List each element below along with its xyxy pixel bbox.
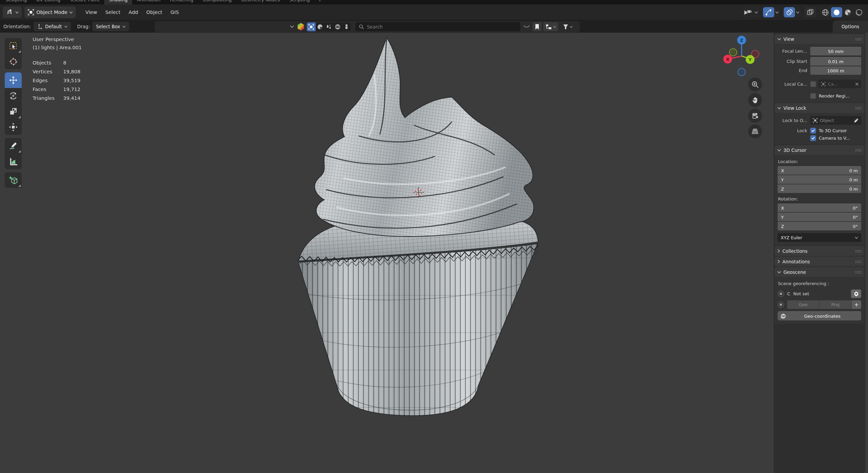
geo-button[interactable]: Geo bbox=[787, 300, 819, 309]
cursor-rotation-x[interactable]: X0° bbox=[778, 204, 861, 212]
tab-sculpting[interactable]: Sculpting bbox=[1, 0, 32, 4]
tab-animation[interactable]: Animation bbox=[132, 0, 165, 4]
local-camera-checkbox[interactable] bbox=[810, 81, 816, 87]
panel-3d-cursor-header[interactable]: 3D Cursor bbox=[775, 145, 864, 155]
menu-view[interactable]: View bbox=[81, 7, 101, 17]
cursor-location-x[interactable]: X0 m bbox=[778, 166, 861, 175]
geo-proj-radio[interactable] bbox=[778, 301, 784, 308]
drag-dropdown[interactable]: Select Box bbox=[92, 22, 129, 31]
drag-grip-icon[interactable] bbox=[855, 149, 862, 152]
world-context-toggle[interactable] bbox=[333, 22, 342, 31]
move-tool[interactable] bbox=[5, 72, 22, 88]
tab-compositing[interactable]: Compositing bbox=[198, 0, 236, 4]
drag-grip-icon[interactable] bbox=[855, 250, 862, 252]
crs-settings-button[interactable] bbox=[851, 290, 861, 298]
cursor-rotation-y[interactable]: Y0° bbox=[778, 213, 861, 221]
texture-context-toggle[interactable] bbox=[324, 22, 333, 31]
object-visibility-button[interactable] bbox=[742, 7, 754, 17]
to-3d-cursor-checkbox[interactable] bbox=[810, 128, 816, 134]
viewport-nav-buttons bbox=[748, 77, 762, 138]
navigation-gizmo[interactable]: Z X Y bbox=[711, 35, 774, 81]
cupcake-mesh[interactable] bbox=[292, 34, 550, 455]
transform-tool[interactable] bbox=[5, 119, 22, 135]
menu-add[interactable]: Add bbox=[125, 7, 142, 17]
menu-object[interactable]: Object bbox=[142, 7, 166, 17]
camera-to-view-checkbox[interactable] bbox=[810, 135, 816, 141]
pan-button[interactable] bbox=[748, 93, 762, 107]
perspective-toggle-button[interactable] bbox=[748, 124, 762, 138]
xray-toggle[interactable] bbox=[804, 7, 816, 17]
search-input[interactable] bbox=[367, 24, 517, 30]
collapse-arc-icon[interactable] bbox=[522, 22, 531, 31]
show-gizmo-toggle[interactable] bbox=[763, 7, 774, 17]
chevron-down-icon[interactable] bbox=[754, 7, 759, 17]
focal-length-field[interactable]: 50 mm bbox=[810, 47, 861, 55]
drag-grip-icon[interactable] bbox=[855, 38, 862, 40]
tab-uv-editing[interactable]: UV Editing bbox=[32, 0, 65, 4]
tool-search-field[interactable] bbox=[355, 22, 520, 31]
editor-type-selector[interactable] bbox=[3, 6, 22, 18]
euler-mode-dropdown[interactable]: XYZ Euler bbox=[778, 233, 861, 242]
chevron-down-icon[interactable] bbox=[795, 7, 800, 17]
cursor-rotation-z[interactable]: Z0° bbox=[778, 222, 861, 230]
clip-start-field[interactable]: 0.01 m bbox=[810, 57, 861, 66]
globe-icon bbox=[780, 313, 786, 319]
panel-collections-header[interactable]: Collections bbox=[775, 246, 864, 256]
lock-object-field[interactable]: Object bbox=[810, 116, 861, 125]
drag-grip-icon[interactable] bbox=[855, 271, 862, 274]
material-data-icon[interactable] bbox=[297, 22, 305, 31]
drag-grip-icon[interactable] bbox=[855, 107, 862, 109]
add-workspace-button[interactable]: + bbox=[315, 0, 325, 4]
tab-shading[interactable]: Shading bbox=[104, 0, 132, 4]
panel-view-lock-header[interactable]: View Lock bbox=[775, 103, 864, 113]
cursor-tool[interactable] bbox=[5, 54, 22, 69]
render-region-checkbox[interactable] bbox=[810, 93, 816, 99]
rotate-tool[interactable] bbox=[5, 88, 22, 104]
zoom-button[interactable] bbox=[748, 77, 762, 91]
catalog-tree-button[interactable] bbox=[543, 22, 558, 31]
chevron-down-icon[interactable] bbox=[290, 25, 294, 28]
local-camera-field[interactable]: Ca... bbox=[818, 80, 861, 88]
panel-geoscene-header[interactable]: Geoscene bbox=[775, 267, 864, 277]
cursor-location-z[interactable]: Z0 m bbox=[778, 185, 861, 193]
brush-context-toggle[interactable] bbox=[342, 22, 351, 31]
tab-rendering[interactable]: Rendering bbox=[165, 0, 198, 4]
measure-tool[interactable] bbox=[5, 154, 22, 169]
scale-tool[interactable] bbox=[5, 104, 22, 119]
drag-grip-icon[interactable] bbox=[855, 260, 862, 263]
tab-geometry-nodes[interactable]: Geometry Nodes bbox=[236, 0, 285, 4]
filter-button[interactable] bbox=[560, 22, 575, 31]
eyedropper-icon[interactable] bbox=[854, 118, 859, 123]
object-context-toggle[interactable] bbox=[307, 22, 316, 31]
options-dropdown[interactable]: Options bbox=[833, 20, 868, 33]
panel-view-lock-title: View Lock bbox=[783, 105, 853, 111]
cursor-location-y[interactable]: Y0 m bbox=[778, 175, 861, 184]
proj-button[interactable]: Proj bbox=[819, 300, 851, 309]
add-cube-tool[interactable] bbox=[5, 172, 22, 188]
select-box-tool[interactable] bbox=[5, 38, 22, 54]
orientation-dropdown[interactable]: Default bbox=[34, 22, 71, 31]
wireframe-shading-button[interactable] bbox=[820, 7, 831, 17]
3d-viewport[interactable]: User Perspective (1) lights | Area.001 O… bbox=[0, 33, 868, 473]
bookmark-icon[interactable] bbox=[533, 22, 542, 31]
solid-shading-button[interactable] bbox=[831, 7, 842, 17]
add-crs-button[interactable]: + bbox=[852, 300, 861, 309]
rendered-shading-button[interactable] bbox=[853, 7, 865, 17]
mode-selector[interactable]: Object Mode bbox=[24, 6, 76, 18]
annotate-tool[interactable] bbox=[5, 138, 22, 154]
clip-end-field[interactable]: 1000 m bbox=[810, 66, 861, 75]
menu-select[interactable]: Select bbox=[101, 7, 125, 17]
camera-view-button[interactable] bbox=[748, 109, 762, 123]
material-preview-button[interactable] bbox=[842, 7, 853, 17]
chevron-down-icon[interactable] bbox=[774, 7, 780, 17]
tab-texture-paint[interactable]: Texture Paint bbox=[65, 0, 104, 4]
panel-view-header[interactable]: View bbox=[775, 34, 864, 44]
crs-radio[interactable] bbox=[778, 291, 784, 297]
menu-gis[interactable]: GIS bbox=[166, 7, 183, 17]
panel-annotations-header[interactable]: Annotations bbox=[775, 257, 864, 266]
close-icon[interactable] bbox=[855, 82, 859, 86]
tab-scripting[interactable]: Scripting bbox=[285, 0, 315, 4]
shading-context-toggle[interactable] bbox=[316, 22, 324, 31]
geo-coordinates-button[interactable]: Geo-coordinates bbox=[778, 311, 861, 320]
show-overlays-toggle[interactable] bbox=[784, 7, 795, 17]
